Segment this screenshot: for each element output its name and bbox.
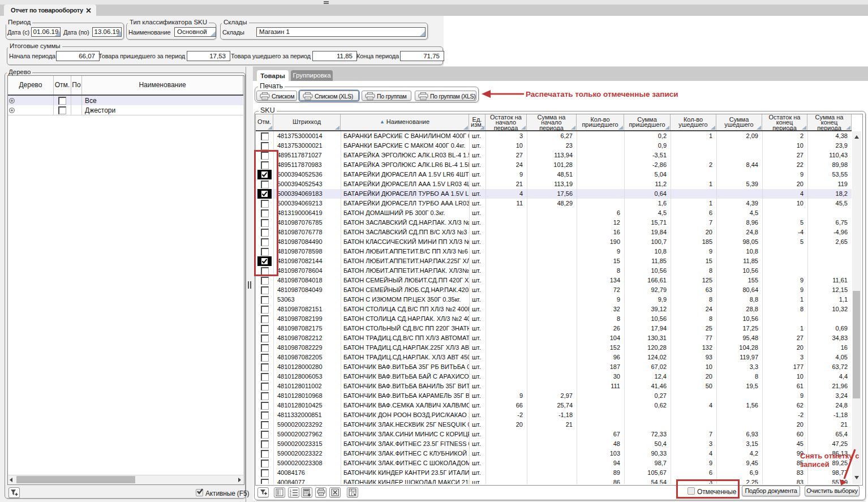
svg-text:3: 3 bbox=[290, 494, 291, 497]
